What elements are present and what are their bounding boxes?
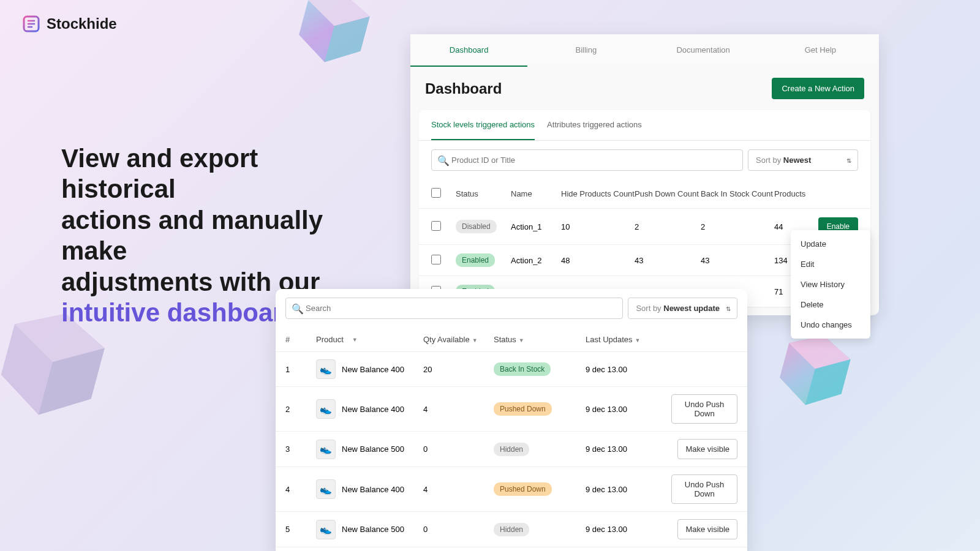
sort-icon: ▼ xyxy=(519,337,524,343)
dashboard-panel: Dashboard Billing Documentation Get Help… xyxy=(410,34,879,315)
headline-line: actions and manually make xyxy=(61,206,323,265)
col-header-push: Push Down Count xyxy=(635,189,701,198)
product-thumbnail: 👟 xyxy=(316,399,336,419)
row-action-button[interactable]: Make visible xyxy=(677,519,737,539)
product-row: 5 👟 New Balance 500 0 Hidden 9 dec 13.00… xyxy=(276,512,747,547)
col-header-status[interactable]: Status▼ xyxy=(494,335,586,344)
last-update: 9 dec 13.00 xyxy=(586,485,671,494)
sort-icon: ▼ xyxy=(635,337,641,343)
last-update: 9 dec 13.00 xyxy=(586,525,671,534)
select-all-checkbox[interactable] xyxy=(431,188,441,198)
history-panel: 🔍 Sort by Newest update ⇅ # Product▼ Qty… xyxy=(276,289,747,551)
row-number: 1 xyxy=(285,365,316,374)
product-row: 1 👟 New Balance 400 20 Back In Stock 9 d… xyxy=(276,352,747,387)
menu-edit[interactable]: Edit xyxy=(791,254,870,274)
headline-line: View and export historical xyxy=(61,144,258,203)
sort-icon: ▼ xyxy=(472,337,478,343)
action-subtabs: Stock levels triggered actions Attribute… xyxy=(419,110,870,141)
col-header-updates[interactable]: Last Updates▼ xyxy=(586,335,671,344)
qty-available: 0 xyxy=(423,525,494,534)
brand-logo: Stockhide xyxy=(22,15,117,33)
menu-update[interactable]: Update xyxy=(791,234,870,254)
back-count: 2 xyxy=(701,222,774,231)
search-icon: 🔍 xyxy=(292,302,304,314)
row-action-button[interactable]: Undo Push Down xyxy=(671,474,737,504)
tab-get-help[interactable]: Get Help xyxy=(762,34,879,67)
last-update: 9 dec 13.00 xyxy=(586,405,671,414)
row-checkbox[interactable] xyxy=(431,221,441,231)
hide-count: 48 xyxy=(561,256,635,265)
decorative-cube xyxy=(285,0,382,77)
sort-label: Sort by xyxy=(636,304,661,313)
product-name: New Balance 500 xyxy=(342,525,404,534)
search-icon: 🔍 xyxy=(437,154,450,166)
product-name: New Balance 400 xyxy=(342,365,404,374)
subtab-stock-levels[interactable]: Stock levels triggered actions xyxy=(431,110,535,140)
product-thumbnail: 👟 xyxy=(316,520,336,539)
history-sort-select[interactable]: Sort by Newest update ⇅ xyxy=(628,298,737,319)
back-count: 43 xyxy=(701,256,774,265)
brand-name: Stockhide xyxy=(47,15,117,32)
col-header-status: Status xyxy=(456,189,511,198)
product-thumbnail: 👟 xyxy=(316,359,336,379)
status-badge: Hidden xyxy=(494,523,529,536)
row-actions-dropdown: Update Edit View History Delete Undo cha… xyxy=(791,230,870,339)
col-header-product[interactable]: Product▼ xyxy=(316,335,423,344)
product-row: 3 👟 New Balance 500 0 Hidden 9 dec 13.00… xyxy=(276,432,747,467)
product-row: 2 👟 New Balance 400 4 Pushed Down 9 dec … xyxy=(276,387,747,432)
tab-dashboard[interactable]: Dashboard xyxy=(410,34,527,67)
page-title: Dashboard xyxy=(425,80,502,97)
product-row: 4 👟 New Balance 400 4 Pushed Down 9 dec … xyxy=(276,467,747,512)
row-action-button[interactable]: Make visible xyxy=(677,439,737,459)
tab-billing[interactable]: Billing xyxy=(527,34,644,67)
updown-icon: ⇅ xyxy=(726,305,731,312)
row-number: 4 xyxy=(285,485,316,494)
sort-value: Newest update xyxy=(663,304,720,313)
col-header-back: Back In Stock Count xyxy=(701,189,774,198)
status-badge: Hidden xyxy=(494,443,529,456)
menu-view-history[interactable]: View History xyxy=(791,274,870,294)
product-thumbnail: 👟 xyxy=(316,440,336,459)
row-action-button[interactable]: Undo Push Down xyxy=(671,394,737,424)
qty-available: 4 xyxy=(423,485,494,494)
product-thumbnail: 👟 xyxy=(316,479,336,499)
qty-available: 0 xyxy=(423,444,494,454)
qty-available: 4 xyxy=(423,405,494,414)
main-tabs: Dashboard Billing Documentation Get Help xyxy=(410,34,879,67)
product-name: New Balance 500 xyxy=(342,444,404,454)
col-header-hide: Hide Products Count xyxy=(561,189,635,198)
col-header-products: Products xyxy=(774,189,817,198)
last-update: 9 dec 13.00 xyxy=(586,365,671,374)
subtab-attributes[interactable]: Attributes triggered actions xyxy=(547,110,642,140)
actions-search-box: 🔍 xyxy=(431,149,743,171)
menu-delete[interactable]: Delete xyxy=(791,294,870,315)
action-name: Action_2 xyxy=(511,256,561,265)
status-badge: Pushed Down xyxy=(494,402,552,416)
col-header-num: # xyxy=(285,335,316,344)
status-badge: Disabled xyxy=(456,220,497,233)
history-search-input[interactable] xyxy=(285,298,623,319)
last-update: 9 dec 13.00 xyxy=(586,444,671,454)
row-checkbox[interactable] xyxy=(431,255,441,264)
logo-icon xyxy=(22,15,40,33)
row-number: 3 xyxy=(285,444,316,454)
menu-undo-changes[interactable]: Undo changes xyxy=(791,315,870,335)
create-action-button[interactable]: Create a New Action xyxy=(772,78,864,99)
col-header-qty[interactable]: Qty Available▼ xyxy=(423,335,494,344)
hide-count: 10 xyxy=(561,222,635,231)
sort-icon: ▼ xyxy=(352,337,358,343)
sort-value: Newest xyxy=(783,156,812,165)
status-badge: Back In Stock xyxy=(494,362,551,376)
actions-search-input[interactable] xyxy=(431,149,743,171)
push-count: 43 xyxy=(635,256,701,265)
col-header-name: Name xyxy=(511,189,561,198)
product-name: New Balance 400 xyxy=(342,405,404,414)
headline-accent: intuitive dashboard xyxy=(61,298,298,327)
row-number: 5 xyxy=(285,525,316,534)
history-search-box: 🔍 xyxy=(285,298,623,319)
action-name: Action_1 xyxy=(511,222,561,231)
status-badge: Pushed Down xyxy=(494,482,552,496)
qty-available: 20 xyxy=(423,365,494,374)
tab-documentation[interactable]: Documentation xyxy=(645,34,762,67)
actions-sort-select[interactable]: Sort by Newest ⇅ xyxy=(748,149,858,171)
